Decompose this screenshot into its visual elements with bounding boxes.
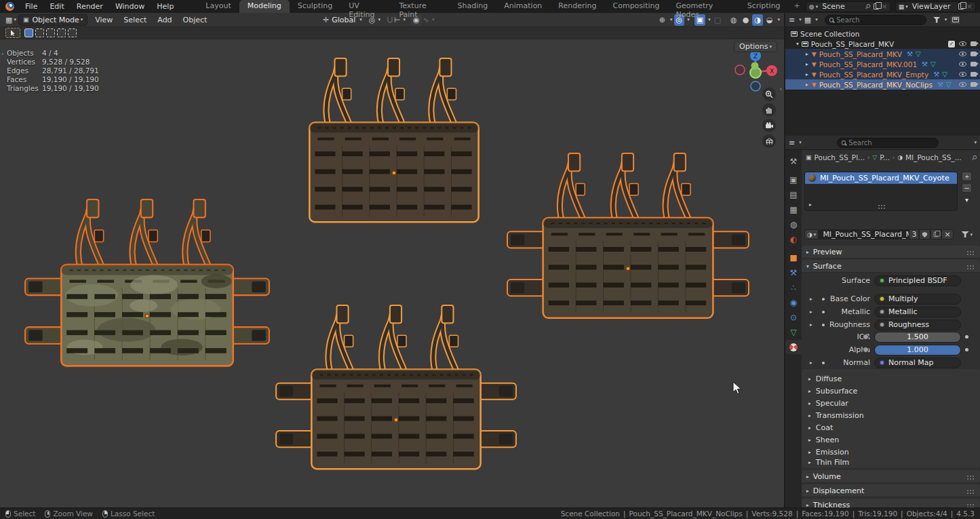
panel-displacement[interactable]: ▸Displacement xyxy=(802,484,980,497)
panel-volume[interactable]: ▸Volume xyxy=(802,470,980,483)
subpanel-coat[interactable]: ▸Coat xyxy=(808,423,833,432)
shading-rendered-icon[interactable]: ◒ xyxy=(764,14,775,26)
modifier-icon[interactable]: ⚒ xyxy=(937,81,943,88)
list-filter-expand-icon[interactable]: ▸ xyxy=(809,201,812,208)
object-name[interactable]: Pouch_SS_Placard_MKV.001 xyxy=(819,60,917,69)
base-color-input[interactable]: Multiply xyxy=(874,294,961,305)
breadcrumb-mesh[interactable]: P... xyxy=(880,153,890,161)
disable-render-icon[interactable] xyxy=(971,72,977,77)
animate-decorator-icon[interactable] xyxy=(965,348,968,351)
viewport-3d[interactable]: Objects4 / 4 Vertices9,528 / 9,528 Edges… xyxy=(0,39,784,507)
show-gizmo-icon[interactable]: ⊕ xyxy=(657,14,667,26)
tab-data[interactable]: ▽ xyxy=(785,325,802,339)
scene-collection-row[interactable]: Scene Collection xyxy=(785,28,980,39)
hide-viewport-icon[interactable] xyxy=(959,72,966,77)
tab-geometry-nodes[interactable]: Geometry Nodes xyxy=(667,0,739,13)
modifier-icon[interactable]: ⚒ xyxy=(922,60,928,68)
new-view-layer-icon[interactable] xyxy=(958,3,964,9)
disable-render-icon[interactable] xyxy=(971,41,977,46)
outliner-object-row[interactable]: ▸ ▼ Pouch_SS_Placard_MKV_Empty ⚒ ▽ xyxy=(785,69,980,79)
modifier-icon[interactable]: ⚒ xyxy=(933,71,939,78)
menu-select[interactable]: Select xyxy=(118,16,152,24)
tab-object[interactable]: ■ xyxy=(785,250,802,265)
ior-slider[interactable]: 1.500 xyxy=(874,332,961,343)
options-dropdown[interactable]: Options ▾ xyxy=(734,41,777,52)
zoom-button[interactable] xyxy=(762,88,776,101)
exclude-checkbox[interactable]: ✓ xyxy=(948,41,955,47)
menu-help[interactable]: Help xyxy=(151,2,180,11)
shading-solid-icon[interactable]: ● xyxy=(741,14,751,26)
expand-icon[interactable]: ▸ xyxy=(806,71,808,77)
object-name[interactable]: Pouch_SS_Placard_MKV_NoClips xyxy=(819,81,933,89)
subpanel-transmission[interactable]: ▸Transmission xyxy=(808,411,864,420)
new-material-icon[interactable] xyxy=(930,229,941,239)
tab-material[interactable] xyxy=(785,340,802,354)
model-placard-left-camo[interactable] xyxy=(22,198,272,381)
subpanel-emission[interactable]: ▸Emission xyxy=(808,448,849,457)
snap-toggle-icon[interactable] xyxy=(387,17,393,23)
tab-modeling[interactable]: Modeling xyxy=(239,0,290,13)
blender-logo-icon[interactable] xyxy=(5,2,14,11)
material-name-field[interactable]: MI_Pouch_SS_Placard_MKV_C... xyxy=(819,229,909,239)
object-name[interactable]: Pouch_SS_Placard_MKV xyxy=(819,50,902,58)
outliner-object-row[interactable]: ▸ ▼ Pouch_SS_Placard_MKV.001 ⚒ ▽ xyxy=(785,59,980,69)
menu-edit[interactable]: Edit xyxy=(43,2,70,11)
new-collection-button[interactable] xyxy=(949,15,961,25)
subpanel-thin-film[interactable]: ▸Thin Film xyxy=(808,458,849,467)
view-layer-name[interactable]: ViewLayer xyxy=(908,2,956,11)
tab-constraints[interactable]: ⊙ xyxy=(785,310,802,324)
subpanel-sheen[interactable]: ▸Sheen xyxy=(808,436,839,444)
hide-viewport-icon[interactable] xyxy=(959,82,966,87)
disable-render-icon[interactable] xyxy=(971,52,977,56)
expand-icon[interactable]: ▸ xyxy=(806,51,808,57)
menu-window[interactable]: Window xyxy=(109,2,151,11)
hide-viewport-icon[interactable] xyxy=(959,52,966,56)
view-layer-selector[interactable]: ▦ ▾ ViewLayer × xyxy=(895,1,976,12)
remove-slot-button[interactable]: − xyxy=(962,183,972,193)
resize-grip-icon[interactable] xyxy=(884,205,885,206)
fake-user-icon[interactable] xyxy=(919,229,930,239)
filter-icon[interactable] xyxy=(933,17,941,23)
tab-particles[interactable]: ∴ xyxy=(785,280,802,294)
slot-specials-icon[interactable]: ▾ xyxy=(962,195,972,204)
add-workspace-button[interactable]: + xyxy=(789,0,806,13)
unlink-material-icon[interactable]: × xyxy=(941,229,953,239)
material-slot-selected[interactable]: MI_Pouch_SS_Placard_MKV_Coyote xyxy=(805,172,957,184)
search-input[interactable] xyxy=(836,16,921,24)
menu-object[interactable]: Object xyxy=(178,16,213,24)
subpanel-subsurface[interactable]: ▸Subsurface xyxy=(808,387,857,396)
panel-surface[interactable]: ▾Surface xyxy=(802,260,980,273)
model-placard-top[interactable] xyxy=(271,57,517,237)
modifier-icon[interactable]: ⚒ xyxy=(907,50,913,58)
disable-render-icon[interactable] xyxy=(971,82,977,87)
editor-type-icon[interactable]: ≡ xyxy=(789,138,795,147)
animate-decorator-icon[interactable] xyxy=(965,335,968,339)
tab-output[interactable]: ▤ xyxy=(785,187,802,201)
shading-material-preview-icon[interactable]: ◑ xyxy=(752,14,763,26)
browse-material-icon[interactable]: ◑▾ xyxy=(804,229,819,239)
material-filter-icon[interactable]: ▾ xyxy=(962,229,973,239)
hide-viewport-icon[interactable] xyxy=(959,62,966,66)
tab-animation[interactable]: Animation xyxy=(496,0,550,13)
orthographic-toggle-button[interactable] xyxy=(762,134,776,148)
object-name[interactable]: Pouch_SS_Placard_MKV_Empty xyxy=(819,71,928,79)
select-mode-extend[interactable] xyxy=(35,28,44,37)
tab-texture-paint[interactable]: Texture Paint xyxy=(391,0,449,13)
outliner-search[interactable] xyxy=(825,15,926,25)
tab-sculpting[interactable]: Sculpting xyxy=(290,0,340,13)
shader-select[interactable]: Principled BSDF xyxy=(874,275,961,286)
tab-shading[interactable]: Shading xyxy=(450,0,496,13)
tab-compositing[interactable]: Compositing xyxy=(605,0,668,13)
panel-preview[interactable]: ▸Preview xyxy=(802,246,980,258)
outliner-object-row-active[interactable]: ▸ ▼ Pouch_SS_Placard_MKV_NoClips ⚒ ▽ xyxy=(785,79,980,90)
tab-modifiers[interactable]: ⚒ xyxy=(785,265,802,280)
normal-input[interactable]: Normal Map xyxy=(874,358,961,368)
pan-button[interactable] xyxy=(762,103,776,117)
collection-row[interactable]: ▾ Pouch_SS_Placard_MKV ✓ xyxy=(785,39,980,49)
breadcrumb-material[interactable]: MI_Pouch_SS_... xyxy=(905,153,962,161)
camera-view-button[interactable] xyxy=(762,119,776,132)
select-mode-invert[interactable] xyxy=(57,28,66,37)
material-slot-list[interactable]: MI_Pouch_SS_Placard_MKV_Coyote ▸ xyxy=(804,172,958,211)
collection-name[interactable]: Pouch_SS_Placard_MKV xyxy=(811,40,894,48)
mesh-data-icon[interactable]: ▽ xyxy=(916,50,921,58)
